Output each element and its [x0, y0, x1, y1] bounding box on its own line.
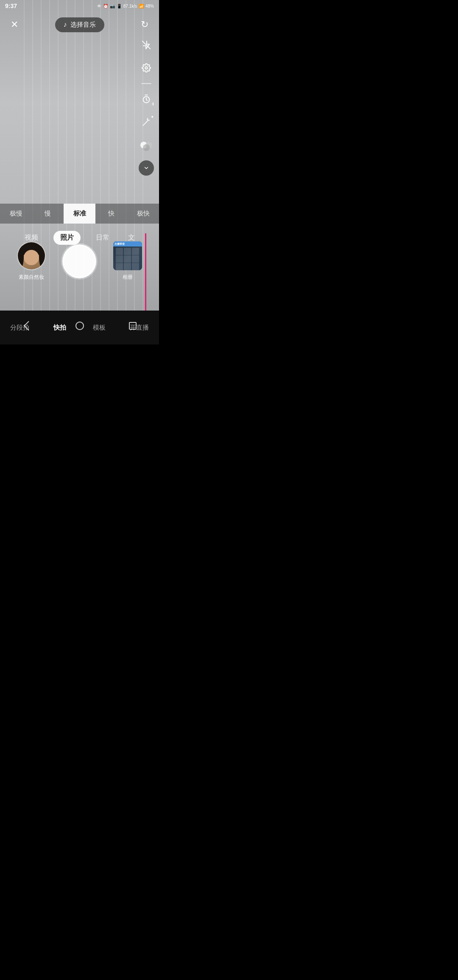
- filter-thumbnail[interactable]: [17, 241, 46, 270]
- expand-button[interactable]: [139, 160, 154, 176]
- beauty-button[interactable]: ✦: [139, 115, 154, 130]
- status-wifi-icon: 📶: [139, 4, 144, 8]
- back-icon: [23, 321, 33, 331]
- status-time: 9:37: [5, 3, 17, 9]
- timer-button[interactable]: 3: [139, 92, 154, 107]
- svg-point-1: [145, 67, 148, 69]
- album-label: 相册: [123, 274, 133, 281]
- music-label: 选择音乐: [70, 21, 96, 29]
- speed-very-slow[interactable]: 极慢: [0, 204, 32, 224]
- status-eye-icon: 👁: [97, 4, 101, 8]
- speed-normal[interactable]: 标准: [64, 204, 95, 224]
- flip-camera-button[interactable]: ↻: [137, 17, 152, 32]
- status-camera-icon: 📷: [110, 4, 115, 8]
- sparkle-icon: ✦: [151, 115, 154, 119]
- status-bar: 9:37 👁 ⏰ 📷 📳 87.1k/s 📶 48%: [0, 0, 159, 12]
- circle-icon-3: [143, 144, 150, 151]
- home-button[interactable]: [70, 316, 89, 335]
- speed-very-fast[interactable]: 极快: [127, 204, 159, 224]
- status-speed-icon: 87.1k/s: [123, 4, 137, 8]
- album-thumbnail[interactable]: 主播带货: [113, 241, 142, 270]
- timer-badge: 3: [152, 102, 154, 106]
- sidebar-divider: [141, 83, 151, 84]
- album-grid: [116, 248, 140, 270]
- speed-fast[interactable]: 快: [95, 204, 127, 224]
- status-alarm-icon: ⏰: [103, 4, 108, 8]
- close-button[interactable]: ✕: [7, 17, 22, 32]
- speed-selector: 极慢 慢 标准 快 极快: [0, 204, 159, 224]
- right-sidebar: 3 ✦: [139, 37, 154, 176]
- speed-slow[interactable]: 慢: [32, 204, 64, 224]
- flash-button[interactable]: [139, 37, 154, 53]
- album-container: 主播带货 相册: [113, 241, 142, 281]
- filter-label: 素颜自然妆: [19, 274, 44, 281]
- music-select-button[interactable]: ♪ 选择音乐: [55, 17, 104, 32]
- system-nav: [0, 311, 159, 344]
- shutter-button[interactable]: [62, 244, 96, 278]
- album-header: 主播带货: [113, 241, 142, 246]
- home-icon: [75, 322, 84, 330]
- svg-line-4: [143, 122, 147, 126]
- status-icons: 👁 ⏰ 📷 📳 87.1k/s 📶 48%: [97, 4, 154, 8]
- camera-controls: 素颜自然妆 主播带货: [0, 241, 159, 281]
- recents-button[interactable]: [123, 316, 142, 335]
- screen: 9:37 👁 ⏰ 📷 📳 87.1k/s 📶 48% ✕ ♪ 选择音乐 ↻: [0, 0, 159, 344]
- music-icon: ♪: [64, 21, 67, 28]
- back-button[interactable]: [17, 316, 36, 335]
- settings-button[interactable]: [139, 60, 154, 76]
- filter-container: 素颜自然妆: [17, 241, 46, 281]
- filter-colors-button[interactable]: [139, 137, 154, 153]
- status-vibrate-icon: 📳: [117, 4, 122, 8]
- status-battery-icon: 48%: [145, 4, 154, 8]
- recents-icon: [129, 322, 137, 330]
- top-bar: ✕ ♪ 选择音乐 ↻: [0, 12, 159, 37]
- camera-viewfinder: [0, 0, 159, 344]
